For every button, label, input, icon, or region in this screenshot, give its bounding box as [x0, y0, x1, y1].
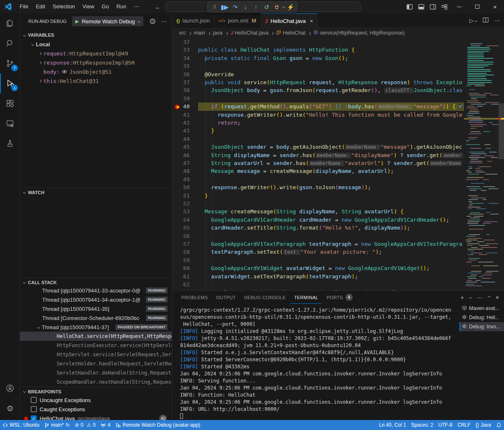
close-tab-icon[interactable]: ×	[310, 18, 313, 24]
toggle-panel-icon[interactable]	[415, 1, 427, 12]
code-line[interactable]: 55 cardHeader.setTitle(String.format("He…	[172, 224, 504, 232]
settings-gear-icon[interactable]: ⚙	[0, 398, 20, 418]
breakpoint-row[interactable]: Caught Exceptions	[20, 405, 172, 414]
breakpoint-row[interactable]: Uncaught Exceptions	[20, 395, 172, 405]
git-branch-status[interactable]: main* ↻	[42, 420, 72, 430]
code-line[interactable]: 45 JsonObject sender = body.getAsJsonObj…	[172, 143, 504, 151]
menu-file[interactable]: File	[16, 2, 32, 11]
panel-tab-output[interactable]: OUTPUT	[213, 291, 239, 304]
debug-settings-gear-icon[interactable]: ⚙	[149, 17, 156, 26]
gutter[interactable]: 57	[172, 240, 198, 248]
run-java-button[interactable]: ▷	[469, 18, 477, 24]
code-line[interactable]: 52	[172, 200, 504, 208]
disconnect-icon[interactable]	[272, 2, 281, 12]
gutter[interactable]: 43	[172, 127, 198, 135]
code-line[interactable]: 59	[172, 256, 504, 264]
code-line[interactable]: 46 String displayName = sender.has(membe…	[172, 151, 504, 159]
code-line[interactable]: 34 private static final Gson gson = new …	[172, 54, 504, 62]
code-line[interactable]: 37 public void service(HttpRequest reque…	[172, 78, 504, 86]
step-into-icon[interactable]: ↓	[241, 2, 250, 12]
debug-session-status[interactable]: Remote Watch Debug (avatar-app)	[113, 420, 203, 430]
gutter[interactable]: 32	[172, 38, 198, 46]
nav-back-arrow[interactable]: ←	[155, 3, 161, 10]
code-line[interactable]: 36 @Override	[172, 70, 504, 78]
editor-more-actions-icon[interactable]: ⋯	[494, 18, 500, 24]
gutter[interactable]: 34	[172, 54, 198, 62]
scrollbar-thumb[interactable]	[499, 103, 504, 159]
code-line[interactable]: 58 textParagraph.setText(text:"Your avat…	[172, 248, 504, 256]
gutter[interactable]: 56	[172, 232, 198, 240]
gutter[interactable]: 41	[172, 111, 198, 119]
remote-indicator[interactable]: WSL: Ubuntu	[0, 420, 42, 430]
gutter[interactable]: 52	[172, 200, 198, 208]
stack-frame[interactable]: ServletHandler.doHandle(String,Request,H…	[20, 368, 172, 378]
panel-tab-ports[interactable]: PORTS4	[323, 291, 356, 304]
minimap[interactable]	[464, 38, 499, 290]
call-stack-thread[interactable]: Thread [qtp1500079441-35]RUNNING	[20, 304, 172, 313]
code-line[interactable]: 43 }	[172, 127, 504, 135]
close-panel-icon[interactable]: ×	[496, 294, 499, 301]
debug-config-dropdown[interactable]: ▶ Remote Watch Debug	[72, 16, 143, 26]
notifications-bell-icon[interactable]	[494, 420, 504, 430]
code-line[interactable]: 41 response.getWriter().write("Hello! Th…	[172, 111, 504, 119]
source-control-icon[interactable]: 7	[0, 53, 20, 73]
panel-tab-debug-console[interactable]: DEBUG CONSOLE	[241, 291, 289, 304]
variable-row[interactable]: this: HelloChat@31	[20, 76, 172, 85]
gutter[interactable]: 54	[172, 216, 198, 224]
code-line[interactable]: 42 return;	[172, 119, 504, 127]
language-mode[interactable]: {}Java	[473, 420, 494, 430]
gutter[interactable]: 50	[172, 183, 198, 191]
variable-row[interactable]: request: HttpRequestImpl@49	[20, 49, 172, 58]
stack-frame[interactable]: ServletHolder.handle(Request,ServletRequ…	[20, 359, 172, 368]
code-line[interactable]: 38 JsonObject body = gson.fromJson(reque…	[172, 86, 504, 94]
encoding-status[interactable]: UTF-8	[436, 420, 455, 430]
maximize-panel-icon[interactable]	[488, 296, 491, 299]
call-stack-thread[interactable]: Thread [qtp1500079441-37]PAUSED ON BREAK…	[20, 322, 172, 332]
problems-status[interactable]: ⊘0 ⚠0	[72, 420, 98, 430]
explorer-icon[interactable]	[0, 13, 20, 33]
terminal-dropdown-icon[interactable]	[469, 296, 472, 299]
gutter[interactable]: 42	[172, 119, 198, 127]
breakpoint-checkbox[interactable]: ✓	[31, 415, 37, 420]
tab-pom-xml[interactable]: </>pom.xmlM	[214, 13, 261, 28]
gutter[interactable]: 36	[172, 70, 198, 78]
gutter[interactable]: 35	[172, 62, 198, 70]
run-and-debug-icon[interactable]: 1	[0, 73, 20, 93]
code-line[interactable]: 35	[172, 62, 504, 70]
restart-icon[interactable]: ↺	[262, 2, 271, 12]
gutter[interactable]: 37	[172, 78, 198, 86]
code-line[interactable]: 33public class HelloChat implements Http…	[172, 46, 504, 54]
indentation-status[interactable]: Spaces: 2	[409, 420, 436, 430]
window-maximize-button[interactable]	[468, 0, 486, 13]
start-debug-icon[interactable]: ▶	[75, 19, 79, 24]
code-line[interactable]: 60 GoogleAppsCardV1Widget avatarWidget =…	[172, 264, 504, 272]
step-out-icon[interactable]: ↑	[251, 2, 261, 12]
gutter[interactable]: 58	[172, 248, 198, 256]
menu-more[interactable]: ⋯	[130, 2, 143, 11]
breadcrumb-item[interactable]: main	[194, 30, 205, 36]
panel-more-actions-icon[interactable]: ⋯	[477, 294, 483, 301]
gutter[interactable]: 61	[172, 272, 198, 280]
toggle-sidebar-icon[interactable]	[404, 1, 415, 12]
drag-grip-icon[interactable]: ⠿	[210, 2, 219, 12]
terminal-list-item[interactable]: Maven-avat...	[459, 304, 504, 313]
gutter[interactable]: 33	[172, 46, 198, 54]
account-icon[interactable]	[0, 378, 20, 398]
extensions-icon[interactable]	[0, 93, 20, 113]
new-terminal-icon[interactable]: +	[461, 294, 464, 301]
menu-selection[interactable]: Selection	[49, 2, 78, 11]
window-minimize-button[interactable]	[450, 0, 468, 13]
menu-run[interactable]: Run	[113, 2, 130, 11]
cursor-position[interactable]: Ln 40, Col 1	[376, 420, 409, 430]
search-icon[interactable]	[0, 33, 20, 53]
menu-view[interactable]: View	[79, 2, 98, 11]
code-line[interactable]: 48 Message message = createMessage(displ…	[172, 167, 504, 175]
gutter[interactable]: 55	[172, 224, 198, 232]
gutter[interactable]: 49	[172, 175, 198, 183]
menu-edit[interactable]: Edit	[32, 2, 49, 11]
breadcrumb-item[interactable]: JHelloChat.java	[231, 30, 268, 36]
gutter[interactable]: 39	[172, 95, 198, 102]
disconnect-dropdown-icon[interactable]	[282, 5, 285, 8]
code-line[interactable]: 47 String avatarUrl = sender.has(memberN…	[172, 159, 504, 167]
breakpoint-checkbox[interactable]	[31, 406, 37, 412]
